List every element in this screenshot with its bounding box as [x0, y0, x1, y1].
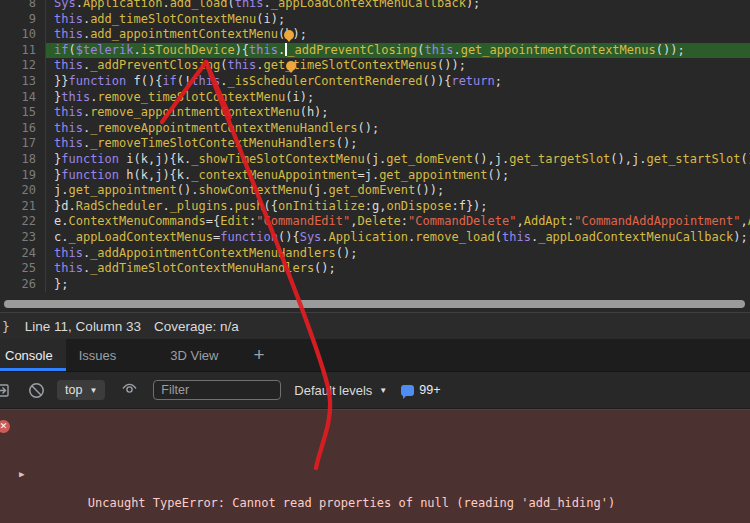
line-number[interactable]: 18: [0, 152, 46, 168]
clear-console-icon[interactable]: [28, 382, 45, 399]
message-count-badge[interactable]: 99+: [401, 383, 440, 397]
code-text: }function i(k,j){k._showTimeSlotContextM…: [46, 152, 750, 168]
code-text: j.get_appointment().showContextMenu(j.ge…: [46, 183, 750, 199]
line-number[interactable]: 26: [0, 277, 46, 293]
code-text: }function h(k,j){k._contextMenuAppointme…: [46, 168, 750, 184]
line-number[interactable]: 20: [0, 183, 46, 199]
code-line[interactable]: 23c._appLoadContextMenus=function(){Sys.…: [0, 230, 750, 246]
expand-triangle-icon[interactable]: ▶: [19, 467, 24, 483]
code-text: this._addAppointmentContextMenuHandlers(…: [46, 246, 750, 262]
code-line[interactable]: 17this._removeTimeSlotContextMenuHandler…: [0, 136, 750, 152]
error-message: ▶ Uncaught TypeError: Cannot read proper…: [0, 465, 750, 523]
line-number[interactable]: 10: [0, 27, 46, 43]
line-number[interactable]: 24: [0, 246, 46, 262]
line-number[interactable]: 25: [0, 261, 46, 277]
code-line[interactable]: 10this.add_appointmentContextMenu(h);: [0, 27, 750, 43]
code-line[interactable]: 14}this.remove_timeSlotContextMenu(i);: [0, 90, 750, 106]
code-line[interactable]: 20j.get_appointment().showContextMenu(j.…: [0, 183, 750, 199]
pretty-print-icon[interactable]: }: [2, 319, 10, 334]
code-line[interactable]: 18}function i(k,j){k._showTimeSlotContex…: [0, 152, 750, 168]
horizontal-scrollbar[interactable]: [0, 296, 750, 312]
code-line[interactable]: 22e.ContextMenuCommands={Edit:"CommandEd…: [0, 214, 750, 230]
code-line[interactable]: 25this._addTimeSlotContextMenuHandlers()…: [0, 261, 750, 277]
line-number[interactable]: 14: [0, 90, 46, 106]
tab-console[interactable]: Console: [0, 339, 66, 371]
inline-breakpoint-marker[interactable]: [286, 61, 296, 71]
code-line[interactable]: 19}function h(k,j){k._contextMenuAppoint…: [0, 168, 750, 184]
line-number[interactable]: 23: [0, 230, 46, 246]
code-line[interactable]: 12this._addPreventClosing(this.get_timeS…: [0, 58, 750, 74]
code-text: }}function f(){if(!this._isSchedulerCont…: [46, 74, 750, 90]
code-line[interactable]: 24this._addAppointmentContextMenuHandler…: [0, 246, 750, 262]
code-line[interactable]: 11if($telerik.isTouchDevice){this._addPr…: [0, 43, 750, 59]
devtools-window: 8Sys.Application.add_load(this._appLoadC…: [0, 0, 750, 523]
line-number[interactable]: 15: [0, 105, 46, 121]
code-line[interactable]: 15this.remove_appointmentContextMenu(h);: [0, 105, 750, 121]
line-number[interactable]: 12: [0, 58, 46, 74]
code-text: c._appLoadContextMenus=function(){Sys.Ap…: [46, 230, 750, 246]
code-line[interactable]: 9this.add_timeSlotContextMenu(i);: [0, 12, 750, 28]
line-number[interactable]: 17: [0, 136, 46, 152]
code-text: }d.RadScheduler._plugins.push({onInitial…: [46, 199, 750, 215]
filter-input[interactable]: [153, 380, 281, 400]
console-tab-bar: ConsoleIssues3D View +: [0, 339, 750, 372]
editor-status-bar: } Line 11, Column 33 Coverage: n/a: [0, 312, 750, 339]
error-message-block: ✕ ▶ Uncaught TypeError: Cannot read prop…: [0, 410, 750, 523]
context-selector[interactable]: top▼: [57, 380, 105, 400]
line-number[interactable]: 11: [0, 43, 46, 59]
coverage-label: Coverage: n/a: [154, 319, 239, 334]
code-text: Sys.Application.add_load(this._appLoadCo…: [46, 0, 750, 12]
tab-issues[interactable]: Issues: [66, 339, 130, 371]
log-levels-dropdown[interactable]: Default levels▼: [294, 383, 387, 398]
line-number[interactable]: 21: [0, 199, 46, 215]
cursor-position-label: Line 11, Column 33: [25, 319, 141, 334]
code-line[interactable]: 13}}function f(){if(!this._isSchedulerCo…: [0, 74, 750, 90]
console-messages: ✕ ▶ Uncaught TypeError: Cannot read prop…: [0, 409, 750, 523]
code-line[interactable]: 26};: [0, 277, 750, 293]
code-text: };: [46, 277, 750, 293]
line-number[interactable]: 9: [0, 12, 46, 28]
tab-3d-view[interactable]: 3D View: [157, 339, 231, 371]
code-text: this._addPreventClosing(this.get_timeSlo…: [46, 58, 750, 74]
console-sidebar-icon[interactable]: [0, 382, 10, 403]
code-lines: 8Sys.Application.add_load(this._appLoadC…: [0, 0, 750, 292]
line-number[interactable]: 22: [0, 214, 46, 230]
scrollbar-thumb[interactable]: [4, 300, 745, 308]
code-text: this._removeAppointmentContextMenuHandle…: [46, 121, 750, 137]
chevron-down-icon: ▼: [379, 386, 387, 395]
speech-bubble-icon: [401, 385, 414, 396]
code-text: this._removeTimeSlotContextMenuHandlers(…: [46, 136, 750, 152]
live-expression-eye-icon[interactable]: [120, 380, 139, 401]
tab-strip: ConsoleIssues3D View: [0, 339, 231, 371]
code-text: e.ContextMenuCommands={Edit:"CommandEdit…: [46, 214, 750, 230]
code-line[interactable]: 8Sys.Application.add_load(this._appLoadC…: [0, 0, 750, 12]
code-text: }this.remove_timeSlotContextMenu(i);: [46, 90, 750, 106]
code-text: if($telerik.isTouchDevice){this._addPrev…: [46, 43, 750, 59]
line-number[interactable]: 19: [0, 168, 46, 184]
code-text: this.add_timeSlotContextMenu(i);: [46, 12, 750, 28]
line-number[interactable]: 16: [0, 121, 46, 137]
source-editor[interactable]: 8Sys.Application.add_load(this._appLoadC…: [0, 0, 750, 296]
code-line[interactable]: 21}d.RadScheduler._plugins.push({onIniti…: [0, 199, 750, 215]
line-number[interactable]: 8: [0, 0, 46, 12]
console-toolbar: top▼ Default levels▼ 99+: [0, 372, 750, 409]
chevron-down-icon: ▼: [89, 386, 97, 395]
code-text: this.remove_appointmentContextMenu(h);: [46, 105, 750, 121]
inline-breakpoint-marker[interactable]: [284, 30, 294, 40]
code-line[interactable]: 16this._removeAppointmentContextMenuHand…: [0, 121, 750, 137]
error-icon: ✕: [0, 420, 10, 433]
code-text: this.add_appointmentContextMenu(h);: [46, 27, 750, 43]
line-number[interactable]: 13: [0, 74, 46, 90]
code-text: this._addTimeSlotContextMenuHandlers();: [46, 261, 750, 277]
add-tab-button[interactable]: +: [245, 339, 272, 371]
